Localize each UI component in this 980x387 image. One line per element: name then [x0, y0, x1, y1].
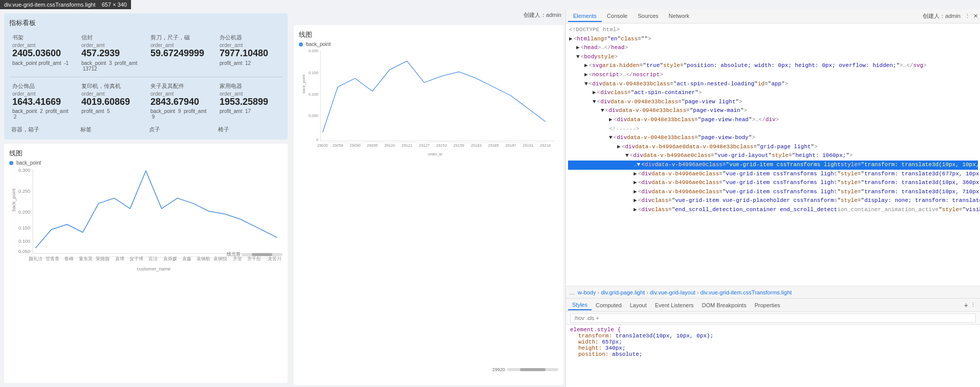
dash-card-3: 剪刀，尺子，磁 order_amt 59.67249999 — [147, 32, 213, 74]
devtools-panel: Elements Console Sources Network 创建人：adm… — [565, 9, 980, 387]
svg-text:29121: 29121 — [402, 143, 412, 148]
left-chart-container: 0.300 0.250 0.200 0.150 0.100 0.050 back… — [9, 167, 282, 269]
svg-text:0.300: 0.300 — [18, 168, 30, 173]
right-chart-legend-label: back_point — [306, 41, 331, 47]
style-add-icon[interactable]: + — [964, 301, 968, 309]
dash-card-2-back-val: 3 — [109, 60, 112, 66]
devtools-tab-sources[interactable]: Sources — [633, 11, 663, 22]
dash-card-1-order-label: order_amt — [12, 42, 72, 48]
left-chart-panel: 线图 back_point 0.300 0.250 0.200 0.150 0.… — [4, 144, 288, 383]
tree-grid-page[interactable]: ▶ <div data-v-b4996ae0 data-v-0948e33b c… — [568, 143, 978, 152]
tree-spin-container[interactable]: ▶ <div class="act-spin-container" > — [568, 88, 978, 98]
styles-css-content: element.style { transform: translate3d(1… — [566, 325, 980, 387]
right-chart-container: 0.200 0.150 0.100 0.050 0 back_point 290… — [299, 48, 558, 377]
dash-card-2-value: 457.2939 — [81, 48, 141, 59]
dash-card-4-category: 办公机器 — [220, 34, 279, 41]
style-more-icon[interactable]: ⋮ — [970, 302, 976, 308]
style-tab-dom-breakpoints[interactable]: DOM Breakpoints — [698, 301, 751, 310]
dash-card-3-order-label: order_amt — [150, 42, 210, 48]
tree-page-view-head[interactable]: ▶ <div data-v-0948e33b class="page-view-… — [568, 116, 978, 125]
dashboard-grid-row1: 书架 order_amt 2405.03600 back_point profi… — [9, 32, 282, 74]
tree-page-view-main[interactable]: ▼ <div data-v-0948e33b class="page-view-… — [568, 106, 978, 116]
dash-card-1: 书架 order_amt 2405.03600 back_point profi… — [9, 32, 75, 74]
tree-body[interactable]: ▼ <body style > — [568, 53, 978, 62]
tree-page-view-body[interactable]: ▼ <div data-v-0948e33b class="page-view-… — [568, 133, 978, 143]
svg-text:back_point: back_point — [301, 74, 306, 94]
tree-comment[interactable]: <!------> — [568, 125, 978, 134]
dash-card-2-back-label: back_point — [81, 60, 106, 66]
style-tab-event-listeners[interactable]: Event Listeners — [651, 301, 698, 310]
cat-item-2: 标签 — [78, 125, 145, 134]
style-tab-layout[interactable]: Layout — [626, 301, 651, 310]
tree-grid-item-2[interactable]: ▶ <div data-v-b4996ae0 class="vue-grid-i… — [568, 170, 978, 179]
devtools-bottom: … w-body › div.grid-page.light › div.vue… — [566, 286, 980, 387]
svg-text:29090: 29090 — [350, 143, 360, 148]
dash-card-1-profit-val: -1 — [64, 60, 69, 66]
tree-page-view[interactable]: ▼ <div data-v-0948e33b class="page-view … — [568, 98, 978, 107]
dash-card-2-profit-val: 13712 — [83, 66, 97, 72]
svg-text:29127: 29127 — [419, 143, 429, 148]
tree-grid-item-3[interactable]: ▶ <div data-v-b4996ae0 class="vue-grid-i… — [568, 178, 978, 188]
dash-card-4-profit-val: 12 — [245, 60, 251, 66]
cat-item-1: 容器，箱子 — [9, 125, 76, 134]
breadcrumb-grid-page[interactable]: div.grid-page.light — [600, 289, 646, 295]
devtools-tab-elements[interactable]: Elements — [568, 11, 602, 22]
svg-text:29120: 29120 — [384, 143, 395, 148]
svg-text:鲁峰: 鲁峰 — [64, 256, 74, 261]
svg-text:0.150: 0.150 — [309, 71, 318, 75]
devtools-tab-network[interactable]: Network — [664, 11, 694, 22]
svg-text:童东英: 童东英 — [79, 256, 93, 261]
dash-card-8: 家用电器 order_amt 1953.25899 profit_amt 17 — [216, 80, 282, 122]
svg-text:袁钢航: 袁钢航 — [197, 256, 210, 261]
right-chart-svg: 0.200 0.150 0.100 0.050 0 back_point 290… — [299, 48, 558, 161]
tree-doctype[interactable]: <!DOCTYPE html> — [568, 26, 978, 35]
style-tab-styles[interactable]: Styles — [568, 300, 592, 310]
svg-text:29152: 29152 — [436, 143, 447, 148]
left-chart-scrollbar[interactable] — [252, 253, 272, 256]
styles-filter-input[interactable] — [570, 313, 976, 323]
tree-svg[interactable]: ▶ <svg aria-hidden="true" style="positio… — [568, 61, 978, 71]
devtools-close-icon[interactable]: ✕ — [973, 13, 978, 19]
svg-text:0.050: 0.050 — [18, 249, 30, 255]
tree-grid-item-4[interactable]: ▶ <div data-v-b4996ae0 class="vue-grid-i… — [568, 188, 978, 197]
devtools-tab-console[interactable]: Console — [602, 11, 633, 22]
devtools-creator: 创建人：admin — [919, 12, 965, 20]
svg-text:29185: 29185 — [488, 143, 499, 148]
tree-head[interactable]: ▶ <head> … </head> — [568, 43, 978, 53]
dash-card-2-order-label: order_amt — [81, 42, 141, 48]
tree-app-div[interactable]: ▼ <div data-v-0948e33b class="act-spin-n… — [568, 80, 978, 89]
svg-text:29030: 29030 — [317, 143, 328, 148]
tree-html[interactable]: ▶ <html lang="en" class=" " > — [568, 35, 978, 44]
tree-placeholder[interactable]: ▶ <div class="vue-grid-item vue-grid-pla… — [568, 196, 978, 206]
dash-card-4: 办公机器 order_amt 7977.10480 profit_amt 12 — [216, 32, 282, 74]
breadcrumb-w-body[interactable]: w-body — [577, 289, 597, 295]
tree-noscript[interactable]: ▶ <noscript>…</noscript> — [568, 71, 978, 80]
svg-text:29216: 29216 — [540, 143, 551, 148]
svg-text:29191: 29191 — [522, 143, 533, 148]
devtools-html-content: <!DOCTYPE html> ▶ <html lang="en" class=… — [566, 24, 980, 286]
right-chart-scrollbar[interactable] — [520, 368, 546, 371]
svg-text:0.250: 0.250 — [18, 189, 30, 194]
tree-scroll-detect[interactable]: ▶ <div class="end_scroll_detection_conta… — [568, 206, 978, 215]
style-tab-properties[interactable]: Properties — [750, 301, 784, 310]
dash-card-4-value: 7977.10480 — [220, 48, 279, 59]
tree-grid-item-selected[interactable]: … ▼ <div data-v-b4996ae0 class="vue-grid… — [568, 161, 978, 170]
creator-label: 创建人：admin — [524, 11, 561, 19]
svg-text:0.200: 0.200 — [18, 210, 30, 215]
svg-text:宾洁: 宾洁 — [148, 256, 158, 261]
breadcrumb-grid-item[interactable]: div.vue-grid-item.cssTransforms.light — [700, 289, 793, 295]
style-tab-computed[interactable]: Computed — [592, 301, 626, 310]
css-prop-position: position: absolute; — [570, 351, 976, 357]
svg-text:袁烁媛: 袁烁媛 — [163, 256, 177, 261]
html-tree: <!DOCTYPE html> ▶ <html lang="en" class=… — [568, 26, 978, 214]
styles-filter-bar — [566, 312, 980, 325]
svg-text:0.200: 0.200 — [309, 49, 318, 53]
breadcrumb-grid-layout[interactable]: div.vue-grid-layout — [649, 289, 696, 295]
tree-grid-layout[interactable]: ▼ <div data-v-b4996ae0 class="vue-grid-l… — [568, 151, 978, 161]
devtools-dock-icon[interactable]: ⋮ — [965, 13, 970, 19]
css-prop-height: height: 340px; — [570, 345, 976, 351]
svg-text:贠子博: 贠子博 — [129, 256, 143, 261]
css-rule-selector: element.style { — [570, 327, 976, 333]
style-panel-tabs: Styles Computed Layout Event Listeners D… — [566, 299, 980, 312]
main-chart-panel: 线图 back_point 0.200 0.150 0.100 0.050 0 … — [294, 25, 563, 385]
